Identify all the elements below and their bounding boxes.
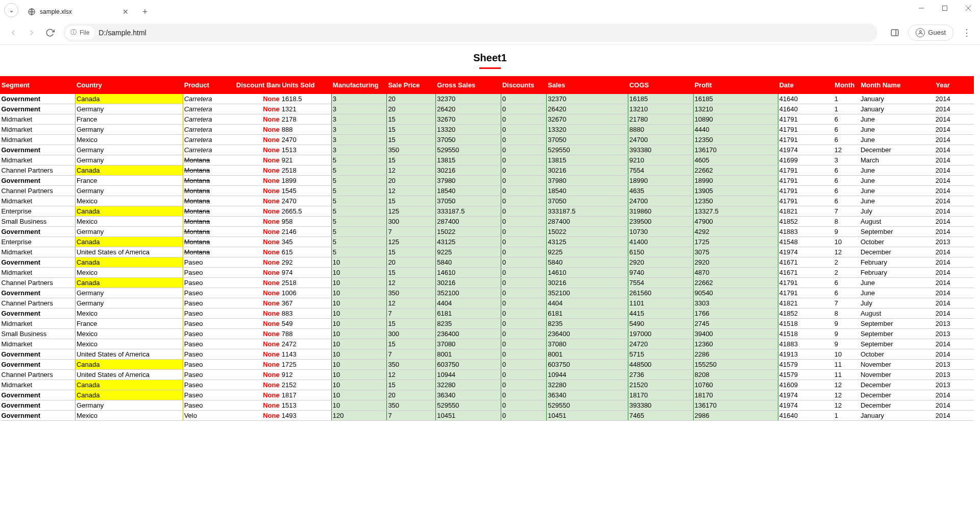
table-cell[interactable]: 2014 — [935, 298, 974, 309]
minimize-button[interactable] — [910, 0, 933, 16]
table-cell[interactable]: Government — [1, 309, 76, 319]
table-cell[interactable]: Germany — [75, 288, 183, 298]
browser-tab[interactable]: sample.xlsx ✕ — [22, 3, 135, 20]
table-cell[interactable]: France — [75, 176, 183, 186]
table-cell[interactable]: 261560 — [628, 288, 693, 298]
table-cell[interactable]: Midmarket — [1, 155, 76, 165]
back-button[interactable] — [4, 23, 22, 42]
table-cell[interactable]: October — [860, 349, 935, 360]
table-cell[interactable]: 136170 — [693, 145, 778, 155]
table-cell[interactable]: Canada — [75, 257, 183, 268]
table-cell[interactable]: Montana — [183, 237, 235, 247]
table-cell[interactable]: 37980 — [547, 176, 628, 186]
table-cell[interactable]: 3 — [331, 145, 387, 155]
table-cell[interactable]: 18990 — [628, 176, 693, 186]
table-cell[interactable]: 615 — [281, 247, 332, 257]
table-cell[interactable]: 2736 — [628, 370, 693, 380]
table-cell[interactable]: 18170 — [693, 390, 778, 400]
table-cell[interactable]: Paseo — [183, 360, 235, 370]
table-cell[interactable]: Canada — [75, 237, 183, 247]
table-cell[interactable]: 32280 — [547, 380, 628, 390]
table-cell[interactable]: Midmarket — [1, 268, 76, 278]
table-cell[interactable]: 8 — [834, 309, 860, 319]
table-cell[interactable]: 4440 — [693, 125, 778, 135]
table-cell[interactable]: 2013 — [935, 370, 974, 380]
table-cell[interactable]: Paseo — [183, 288, 235, 298]
table-cell[interactable]: 41518 — [778, 319, 834, 329]
table-cell[interactable]: 0 — [501, 380, 546, 390]
table-cell[interactable]: 7 — [834, 206, 860, 217]
table-cell[interactable]: Paseo — [183, 339, 235, 349]
table-cell[interactable]: 10 — [331, 298, 387, 309]
table-cell[interactable]: 0 — [501, 278, 546, 288]
table-cell[interactable]: 36340 — [436, 390, 501, 400]
table-cell[interactable]: 2 — [834, 257, 860, 268]
table-cell[interactable]: None — [235, 360, 280, 370]
table-cell[interactable]: 10451 — [436, 411, 501, 421]
table-cell[interactable]: Government — [1, 288, 76, 298]
table-cell[interactable]: Midmarket — [1, 135, 76, 145]
table-cell[interactable]: 41791 — [778, 196, 834, 206]
table-cell[interactable]: 15 — [387, 380, 436, 390]
table-cell[interactable]: 5715 — [628, 349, 693, 360]
table-cell[interactable]: 20 — [387, 176, 436, 186]
table-cell[interactable]: 5 — [331, 165, 387, 176]
table-cell[interactable]: 10944 — [547, 370, 628, 380]
table-cell[interactable]: 4635 — [628, 186, 693, 196]
table-cell[interactable]: 21520 — [628, 380, 693, 390]
table-cell[interactable]: Montana — [183, 176, 235, 186]
table-cell[interactable]: 6 — [834, 135, 860, 145]
table-cell[interactable]: Paseo — [183, 298, 235, 309]
table-cell[interactable]: 13210 — [628, 104, 693, 114]
table-cell[interactable]: 4605 — [693, 155, 778, 165]
table-cell[interactable]: 2013 — [935, 360, 974, 370]
table-cell[interactable]: 1513 — [281, 400, 332, 411]
table-cell[interactable]: 603750 — [547, 360, 628, 370]
table-cell[interactable]: 0 — [501, 309, 546, 319]
table-cell[interactable]: 3303 — [693, 298, 778, 309]
table-cell[interactable]: 41974 — [778, 145, 834, 155]
table-cell[interactable]: 8235 — [436, 319, 501, 329]
table-cell[interactable]: 6181 — [547, 309, 628, 319]
table-cell[interactable]: 5 — [331, 227, 387, 237]
table-cell[interactable]: 5 — [331, 237, 387, 247]
table-cell[interactable]: 11 — [834, 360, 860, 370]
table-cell[interactable]: None — [235, 400, 280, 411]
table-cell[interactable]: June — [860, 186, 935, 196]
table-cell[interactable]: 13320 — [547, 125, 628, 135]
table-cell[interactable]: None — [235, 319, 280, 329]
table-cell[interactable]: 10 — [331, 339, 387, 349]
table-cell[interactable]: 2518 — [281, 165, 332, 176]
table-cell[interactable]: Paseo — [183, 268, 235, 278]
table-cell[interactable]: 7 — [387, 411, 436, 421]
table-cell[interactable]: Government — [1, 400, 76, 411]
table-cell[interactable]: 5490 — [628, 319, 693, 329]
forward-button[interactable] — [22, 23, 41, 42]
table-cell[interactable]: 20 — [387, 94, 436, 104]
table-cell[interactable]: September — [860, 329, 935, 339]
table-cell[interactable]: 8001 — [436, 349, 501, 360]
table-cell[interactable]: 36340 — [547, 390, 628, 400]
table-cell[interactable]: 3 — [331, 104, 387, 114]
table-cell[interactable]: Paseo — [183, 278, 235, 288]
table-cell[interactable]: June — [860, 176, 935, 186]
table-cell[interactable]: 4292 — [693, 227, 778, 237]
table-cell[interactable]: 2014 — [935, 125, 974, 135]
table-cell[interactable]: 352100 — [436, 288, 501, 298]
table-cell[interactable]: Montana — [183, 227, 235, 237]
file-chip[interactable]: ⓘ File — [65, 26, 94, 39]
table-cell[interactable]: 12 — [387, 186, 436, 196]
table-cell[interactable]: Montana — [183, 165, 235, 176]
table-cell[interactable]: None — [235, 298, 280, 309]
table-cell[interactable]: 41671 — [778, 268, 834, 278]
table-cell[interactable]: 13815 — [436, 155, 501, 165]
table-cell[interactable]: 912 — [281, 370, 332, 380]
table-cell[interactable]: 41883 — [778, 227, 834, 237]
table-cell[interactable]: June — [860, 165, 935, 176]
table-cell[interactable]: Government — [1, 104, 76, 114]
table-cell[interactable]: 37050 — [436, 196, 501, 206]
table-cell[interactable]: 43125 — [436, 237, 501, 247]
table-cell[interactable]: 7 — [834, 298, 860, 309]
table-cell[interactable]: 32280 — [436, 380, 501, 390]
table-cell[interactable]: 2014 — [935, 411, 974, 421]
